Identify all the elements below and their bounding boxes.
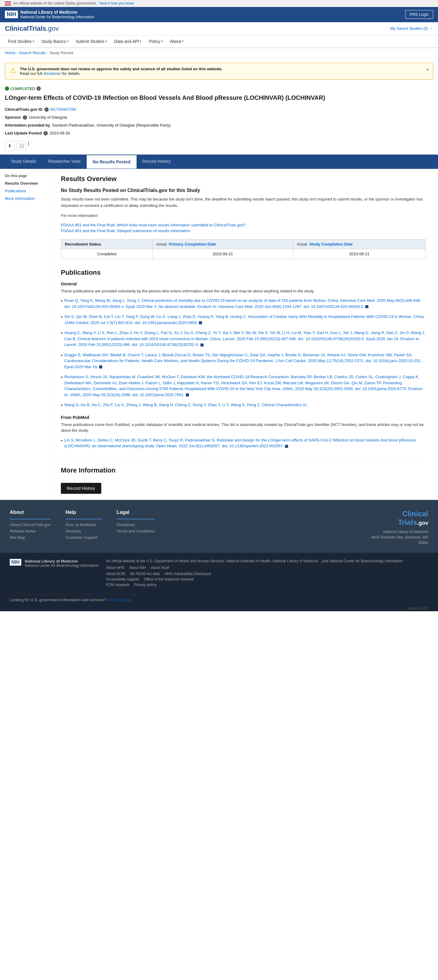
pub-square-icon: [186, 393, 189, 396]
tab-no-results-posted[interactable]: No Results Posted: [87, 155, 136, 169]
sidebar: On this page Results Overview Publicatio…: [5, 169, 54, 500]
gov-banner-link[interactable]: Here's how you know: [100, 1, 134, 5]
nih-header: NIH National Library of Medicine Nationa…: [0, 7, 438, 22]
sidebar-results-overview[interactable]: Results Overview: [5, 180, 53, 186]
footer-link-about-nlm[interactable]: About NLM: [151, 566, 169, 570]
pub-link-6[interactable]: Wang D, Hu B, Hu C, Zhu F, Liu X, Zhang …: [65, 402, 309, 407]
close-icon[interactable]: +: [426, 67, 429, 73]
nav-submit-studies[interactable]: Submit Studies ▾: [73, 35, 110, 48]
pub-link-pubmed-1[interactable]: Lin S, Mccallum L, Delles C, McClure JD,…: [65, 438, 416, 449]
pub-link-2[interactable]: Shi S, Qin M, Shen B, Cai Y, Liu T, Yang…: [65, 314, 425, 325]
footer-nlm-link[interactable]: National Library of Medicine: [273, 559, 318, 563]
study-id-row: ClinicalTrials.gov ID i NCT05087290: [5, 106, 433, 113]
footer-link-hhs-vuln[interactable]: HHS Vulnerability Disclosure: [165, 572, 211, 576]
footer-link-inspector[interactable]: Office of the Inspector General: [144, 577, 194, 581]
last-update-info-icon[interactable]: i: [43, 131, 48, 135]
footer-link-glossary[interactable]: Glossary: [65, 529, 102, 533]
footer-link-no-fear[interactable]: No FEAR Act data: [130, 572, 160, 576]
footer-help-title: Help: [65, 510, 102, 515]
footer-policy-links-3: FOIA requests Privacy policy: [106, 583, 428, 587]
footer-usa-gov: Looking for U.S. government information …: [0, 594, 438, 605]
footer-bottom-links: An official website of the U.S. Departme…: [106, 559, 428, 588]
study-id-label: ClinicalTrials.gov ID: [5, 106, 43, 113]
nav-arrow-icon: ▾: [140, 40, 141, 43]
saved-studies-link[interactable]: My Saved Studies (0) →: [390, 26, 433, 31]
footer-link-foia[interactable]: FOIA requests: [106, 583, 129, 587]
disclaimer-banner: ⚠ The U.S. government does not review or…: [5, 63, 433, 80]
footer-link-privacy[interactable]: Privacy policy: [134, 583, 156, 587]
fdaaa-link-1[interactable]: FDAAA 801 and the Final Rule: Which tria…: [61, 223, 426, 227]
status-info-icon[interactable]: i: [36, 86, 41, 91]
footer-about-links-row: About HHS About NIH About NLM: [106, 566, 428, 570]
nih-footer-title: National Library of Medicine: [25, 559, 99, 563]
footer-nih-link[interactable]: National Institutes of Health: [226, 559, 271, 563]
status-text: COMPLETED: [10, 86, 35, 91]
footer-link-support[interactable]: Customer Support: [65, 535, 102, 540]
footer-link-about-nih[interactable]: About NIH: [129, 566, 146, 570]
footer-ncbi-link[interactable]: National Center for Biotechnology Inform…: [329, 559, 403, 563]
gov-banner: An official website of the United States…: [0, 0, 438, 7]
list-item: • Shi S, Qin M, Shen B, Cai Y, Liu T, Ya…: [61, 314, 426, 326]
bullet-icon: •: [61, 330, 63, 337]
warning-icon: ⚠: [10, 67, 16, 75]
sidebar-publications[interactable]: Publications: [5, 188, 53, 194]
info-provided-label: Information provided by: [5, 121, 50, 129]
footer-link-disclaimer[interactable]: Disclaimer: [116, 522, 155, 527]
pub-link-4[interactable]: Driggin E, Madhavan MV, Bikdeli B, Chuic…: [65, 353, 422, 369]
footer-link-accessibility[interactable]: Accessibility support: [106, 577, 139, 581]
table-row: Completed 2023-09-21 2023-09-21: [61, 249, 426, 259]
pub-desc-pubmed: These publications come from PubMed, a p…: [61, 422, 426, 434]
study-title: LOnger-term Effects of COVID-19 INfectio…: [5, 94, 433, 102]
bullet-icon: •: [61, 374, 63, 380]
footer-legal-title: Legal: [116, 510, 155, 515]
footer-divider: [10, 519, 51, 519]
more-info-title: More Information: [61, 466, 426, 474]
breadcrumb-home[interactable]: Home: [5, 51, 16, 55]
record-history-button[interactable]: Record History: [61, 483, 101, 494]
tab-researcher-view[interactable]: Researcher View: [42, 154, 86, 169]
no-results-title: No Study Results Posted on ClinicalTrial…: [61, 188, 426, 193]
nav-data-api[interactable]: Data and API ▾: [111, 35, 145, 48]
footer-link-terms[interactable]: Terms and Conditions: [116, 529, 155, 533]
disclaimer-link[interactable]: disclaimer: [43, 71, 61, 76]
prs-login-button[interactable]: PRS Login: [405, 10, 433, 19]
sidebar-more-information[interactable]: More Information: [5, 196, 53, 201]
site-logo-suffix: .gov: [46, 25, 59, 32]
tabs-bar: Study Details Researcher View No Results…: [0, 154, 438, 169]
list-item: • Richardson S, Hirsch JS, Narasimhan M,…: [61, 374, 426, 398]
nav-policy[interactable]: Policy ▾: [146, 35, 165, 48]
nav-about[interactable]: About ▾: [167, 35, 187, 48]
nav-study-basics[interactable]: Study Basics ▾: [38, 35, 71, 48]
tab-study-details[interactable]: Study Details: [5, 154, 42, 169]
cell-primary-date: 2023-09-21: [152, 249, 293, 259]
footer-divider: [65, 519, 102, 519]
tab-record-history[interactable]: Record History: [136, 154, 177, 169]
last-update-row: Last Update Posted i 2023-09-26: [5, 129, 433, 137]
breadcrumb-search-results[interactable]: Search Results: [19, 51, 46, 55]
list-item: • Wang D, Hu B, Hu C, Zhu F, Liu X, Zhan…: [61, 402, 426, 409]
footer-link-about-ct[interactable]: About ClinicalTrials.gov: [10, 522, 51, 527]
sponsor-info-icon[interactable]: i: [23, 115, 27, 119]
col-study-completion: Actual Study Completion Date: [293, 239, 425, 249]
content-layout: On this page Results Overview Publicatio…: [0, 169, 438, 500]
footer-link-site-map[interactable]: Site Map: [10, 535, 51, 540]
fdaaa-link-2[interactable]: FDAAA 801 and the Final Rule: Delayed su…: [61, 229, 426, 233]
breadcrumb-current: Study Record: [49, 51, 73, 55]
more-info-section: More Information Record History: [61, 460, 426, 494]
footer-bottom: NIH National Library of Medicine Nationa…: [0, 553, 438, 594]
usa-gov-link[interactable]: Visit USA.gov: [107, 598, 132, 602]
footer-link-about-ncbi[interactable]: About NCBI: [106, 572, 125, 576]
pub-link-5[interactable]: Richardson S, Hirsch JS, Narasimhan M, C…: [65, 374, 422, 397]
gov-banner-text: An official website of the United States…: [13, 1, 97, 5]
footer-hhs-link1[interactable]: U.S. Department of Health and Human Serv…: [146, 559, 224, 563]
footer-link-release-notes[interactable]: Release Notes: [10, 529, 51, 533]
study-title-section: LOnger-term Effects of COVID-19 INfectio…: [5, 94, 433, 137]
nav-find-studies[interactable]: Find Studies ▾: [5, 35, 37, 48]
download-button[interactable]: ⬇: [5, 141, 14, 151]
print-button[interactable]: ⬜: [16, 141, 26, 151]
footer-link-feedback[interactable]: Give us feedback: [65, 522, 102, 527]
pub-link-3[interactable]: Huang C, Wang Y, Li X, Ren L, Zhao J, Hu…: [65, 331, 425, 347]
footer-link-about-hhs[interactable]: About HHS: [106, 566, 124, 570]
study-id-value[interactable]: NCT05087290: [51, 106, 76, 113]
id-info-icon[interactable]: i: [44, 107, 49, 112]
